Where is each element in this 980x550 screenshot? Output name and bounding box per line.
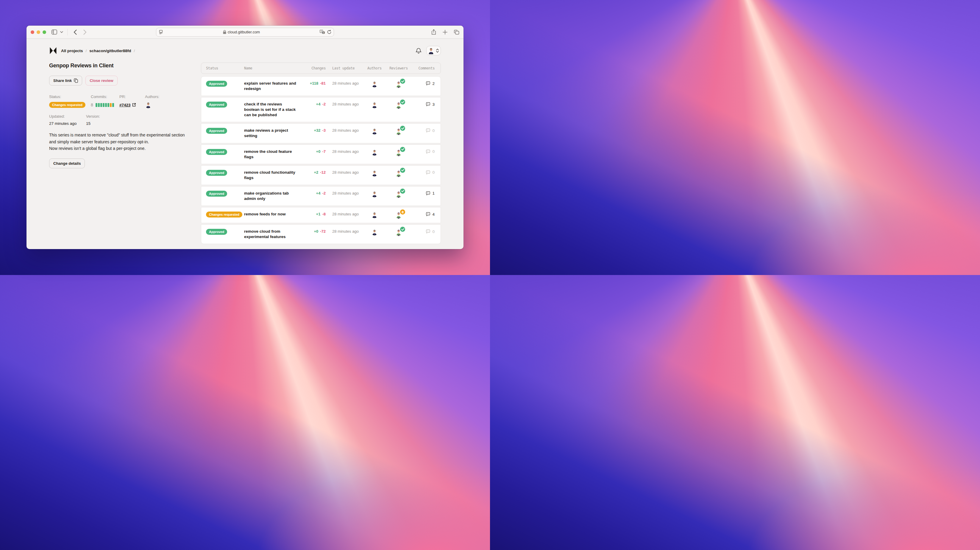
row-reviewer-avatar[interactable] bbox=[395, 128, 402, 135]
table-row[interactable]: Approved make organizations tab admin on… bbox=[201, 186, 441, 206]
minimize-window-button[interactable] bbox=[37, 30, 40, 34]
change-details-button[interactable]: Change details bbox=[49, 158, 85, 168]
row-last-update: 28 minutes ago bbox=[326, 128, 363, 132]
row-changes: +4-2 bbox=[302, 191, 326, 195]
breadcrumb-all-projects[interactable]: All projects bbox=[61, 49, 83, 53]
row-author-avatar[interactable] bbox=[371, 212, 378, 218]
column-header-name: Name bbox=[244, 66, 302, 70]
commit-segment bbox=[112, 103, 114, 107]
table-row[interactable]: Approved remove the cloud feature flags … bbox=[201, 145, 441, 164]
close-review-button[interactable]: Close review bbox=[86, 76, 118, 86]
row-reviewer-avatar[interactable] bbox=[395, 170, 402, 177]
commit-segment bbox=[103, 103, 105, 107]
column-header-status: Status bbox=[206, 66, 244, 70]
row-author-avatar[interactable] bbox=[371, 81, 378, 87]
address-bar[interactable]: cloud.gitbutler.com A文 bbox=[156, 28, 334, 37]
comment-count: 0 bbox=[432, 149, 434, 154]
reviewer-status-badge bbox=[400, 99, 405, 105]
comments-cell: 1 bbox=[411, 191, 436, 196]
commit-segment bbox=[105, 103, 107, 107]
comment-count: 3 bbox=[432, 102, 434, 107]
column-header-authors: Authors bbox=[363, 66, 386, 70]
reviews-table: Status Name Changes Last update Authors … bbox=[201, 62, 441, 249]
window-controls bbox=[31, 30, 46, 34]
review-rows: Approved explain server features and red… bbox=[201, 76, 441, 244]
row-author-avatar[interactable] bbox=[371, 149, 378, 156]
row-last-update: 28 minutes ago bbox=[326, 102, 363, 106]
comment-count: 0 bbox=[432, 170, 434, 175]
reload-icon[interactable] bbox=[327, 30, 331, 34]
sidebar-chevron-down-icon[interactable] bbox=[60, 31, 63, 33]
comments-cell: 0 bbox=[411, 128, 436, 133]
gitbutler-logo-icon[interactable] bbox=[49, 47, 57, 54]
reviewer-status-badge bbox=[400, 168, 405, 173]
table-row[interactable]: Changes requested remove feeds for now +… bbox=[201, 207, 441, 223]
row-reviewer-avatar[interactable] bbox=[395, 212, 402, 219]
row-reviewer-avatar[interactable] bbox=[395, 102, 402, 109]
close-window-button[interactable] bbox=[31, 30, 34, 34]
column-header-last-update: Last update bbox=[326, 66, 363, 70]
column-header-comments: Comments bbox=[411, 66, 436, 70]
row-author-avatar[interactable] bbox=[371, 229, 378, 235]
row-name: remove feeds for now bbox=[244, 212, 302, 217]
comment-bubble-icon bbox=[426, 229, 430, 234]
check-icon bbox=[401, 127, 404, 130]
notifications-bell-icon[interactable] bbox=[415, 48, 422, 54]
author-avatar bbox=[145, 102, 151, 108]
reviewer-status-badge bbox=[400, 79, 405, 84]
comment-count: 4 bbox=[432, 212, 434, 217]
row-name: explain server features and redesign bbox=[244, 81, 302, 91]
zoom-window-button[interactable] bbox=[43, 30, 46, 34]
table-header: Status Name Changes Last update Authors … bbox=[201, 62, 441, 74]
row-author-avatar[interactable] bbox=[371, 170, 378, 176]
row-last-update: 28 minutes ago bbox=[326, 81, 363, 86]
reviewer-status-badge bbox=[400, 209, 405, 215]
row-status-badge: Approved bbox=[206, 229, 227, 235]
user-avatar bbox=[428, 47, 434, 54]
row-author-avatar[interactable] bbox=[371, 191, 378, 197]
table-row[interactable]: Approved check if the reviews boolean is… bbox=[201, 97, 441, 122]
new-tab-icon[interactable] bbox=[443, 30, 447, 35]
row-reviewer-avatar[interactable] bbox=[395, 191, 402, 198]
row-changes: +32-3 bbox=[302, 128, 326, 132]
row-last-update: 28 minutes ago bbox=[326, 191, 363, 195]
comment-bubble-icon bbox=[426, 212, 430, 217]
tab-overview-icon[interactable] bbox=[454, 30, 459, 35]
pr-link[interactable]: #7423 bbox=[119, 103, 136, 107]
row-status-badge: Approved bbox=[206, 149, 227, 155]
row-author-avatar[interactable] bbox=[371, 102, 378, 108]
row-status-badge: Changes requested bbox=[206, 212, 242, 217]
row-last-update: 28 minutes ago bbox=[326, 229, 363, 234]
comment-bubble-icon bbox=[426, 191, 430, 196]
table-row[interactable]: Approved remove cloud from experimental … bbox=[201, 224, 441, 244]
forward-button[interactable] bbox=[83, 29, 87, 35]
translate-icon[interactable]: A文 bbox=[320, 30, 325, 34]
row-reviewer-avatar[interactable] bbox=[395, 149, 402, 156]
comment-count: 0 bbox=[432, 128, 434, 133]
row-reviewer-avatar[interactable] bbox=[395, 81, 402, 88]
row-status-badge: Approved bbox=[206, 170, 227, 176]
lock-icon bbox=[223, 30, 226, 34]
share-link-button[interactable]: Share link bbox=[49, 76, 82, 86]
row-status-badge: Approved bbox=[206, 81, 227, 87]
row-last-update: 28 minutes ago bbox=[326, 170, 363, 175]
row-name: remove the cloud feature flags bbox=[244, 149, 302, 160]
table-row[interactable]: Approved explain server features and red… bbox=[201, 76, 441, 96]
table-row[interactable]: Approved remove cloud functionality flag… bbox=[201, 165, 441, 185]
share-icon[interactable] bbox=[431, 29, 436, 35]
back-button[interactable] bbox=[73, 29, 77, 35]
table-row[interactable]: Approved make reviews a project setting … bbox=[201, 123, 441, 143]
breadcrumb-project[interactable]: schacon/gitbutler88fd bbox=[89, 49, 131, 53]
row-name: check if the reviews boolean is set for … bbox=[244, 102, 302, 118]
sidebar-toggle-icon[interactable] bbox=[51, 29, 57, 35]
row-last-update: 28 minutes ago bbox=[326, 149, 363, 154]
reviewer-status-badge bbox=[400, 188, 405, 194]
user-menu[interactable] bbox=[426, 46, 441, 56]
updated-label: Updated: bbox=[49, 114, 86, 119]
reader-view-icon[interactable] bbox=[159, 30, 163, 34]
commits-label: Commits: bbox=[91, 94, 119, 99]
row-author-avatar[interactable] bbox=[371, 128, 378, 134]
commit-segment bbox=[107, 103, 109, 107]
commit-segment bbox=[110, 103, 111, 107]
row-reviewer-avatar[interactable] bbox=[395, 229, 402, 236]
